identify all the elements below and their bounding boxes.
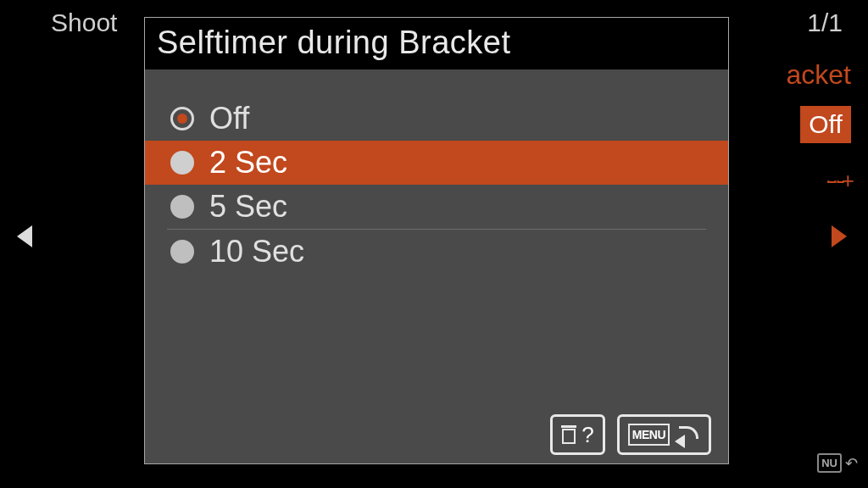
- option-10sec[interactable]: 10 Sec: [145, 230, 728, 274]
- help-button[interactable]: ?: [550, 414, 604, 455]
- dialog-footer: ? MENU: [550, 414, 711, 455]
- back-arrow-icon: [675, 424, 700, 445]
- radio-icon: [170, 151, 194, 175]
- option-list: Off 2 Sec 5 Sec 10 Sec: [145, 69, 728, 274]
- bg-heading: Shoot: [51, 8, 117, 37]
- option-label: 5 Sec: [209, 189, 287, 225]
- trash-icon: [561, 425, 576, 444]
- option-label: Off: [209, 101, 249, 136]
- page-indicator: 1/1: [807, 8, 843, 37]
- radio-icon: [170, 107, 194, 130]
- nav-right-icon[interactable]: [832, 225, 847, 247]
- help-symbol: ?: [581, 422, 593, 448]
- option-5sec[interactable]: 5 Sec: [145, 185, 728, 229]
- option-label: 2 Sec: [209, 145, 287, 180]
- bg-item-decor: ·-··-+: [826, 168, 851, 194]
- bg-menu-back: NU ↶: [817, 453, 858, 473]
- selftimer-dialog: Selftimer during Bracket Off 2 Sec 5 Sec…: [144, 17, 729, 464]
- bg-item-label: acket: [787, 59, 851, 91]
- option-2sec[interactable]: 2 Sec: [145, 141, 728, 185]
- menu-back-button[interactable]: MENU: [617, 414, 711, 455]
- option-off[interactable]: Off: [145, 97, 728, 141]
- nav-left-icon[interactable]: [17, 225, 32, 247]
- radio-icon: [170, 195, 194, 219]
- bg-item-value: Off: [800, 106, 851, 143]
- menu-glyph-small: NU: [817, 453, 842, 473]
- option-label: 10 Sec: [209, 234, 304, 269]
- dialog-title: Selftimer during Bracket: [145, 18, 728, 69]
- menu-glyph: MENU: [628, 424, 670, 446]
- radio-icon: [170, 240, 194, 263]
- back-arrow-small-icon: ↶: [845, 454, 858, 473]
